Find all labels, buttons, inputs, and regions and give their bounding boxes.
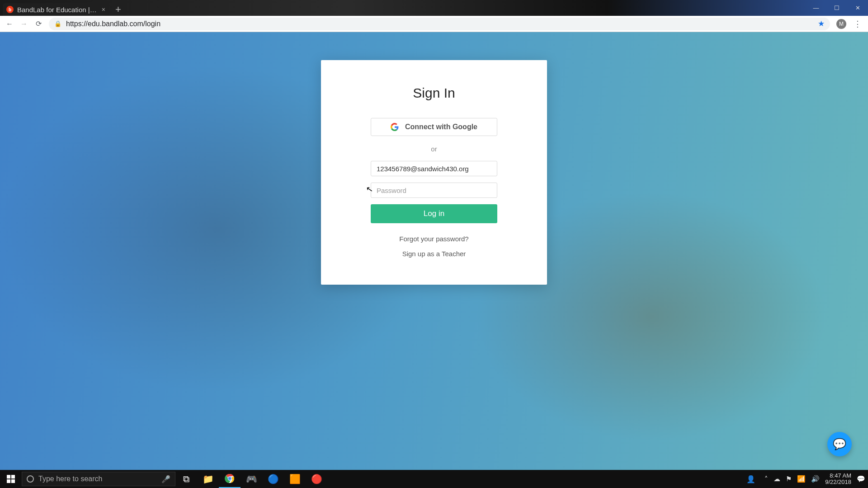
window-minimize-button[interactable]: —	[806, 0, 826, 16]
url-input[interactable]	[66, 20, 813, 28]
chrome-icon[interactable]	[219, 470, 241, 488]
connect-google-button[interactable]: Connect with Google	[371, 118, 497, 136]
signup-teacher-link[interactable]: Sign up as a Teacher	[354, 250, 514, 258]
volume-icon[interactable]: 🔊	[811, 475, 820, 483]
google-icon	[391, 123, 399, 131]
window-maximize-button[interactable]: ☐	[826, 0, 847, 16]
chat-widget-button[interactable]: 💬	[827, 432, 852, 456]
tray-chevron-icon[interactable]: ˄	[764, 475, 768, 483]
lock-icon: 🔒	[54, 20, 61, 27]
mic-icon[interactable]: 🎤	[161, 475, 170, 483]
windows-icon	[7, 475, 15, 483]
tab-title: BandLab for Education | FREE A…	[17, 6, 98, 14]
wifi-icon[interactable]: 📶	[797, 475, 806, 483]
browser-tab-strip: b BandLab for Education | FREE A… × + — …	[0, 0, 868, 16]
address-bar[interactable]: 🔒 ★	[49, 18, 830, 30]
cortana-icon	[27, 475, 34, 483]
app-icon-orange[interactable]: 🟧	[284, 470, 306, 488]
nav-back-button[interactable]: ←	[3, 17, 16, 31]
taskbar-time: 8:47 AM	[825, 473, 851, 479]
app-icon-blue[interactable]: 🔵	[262, 470, 284, 488]
tab-favicon-icon: b	[6, 6, 14, 13]
notifications-icon[interactable]: 💬	[857, 475, 865, 483]
system-tray: 👤 ˄ ☁ ⚑ 📶 🔊 8:47 AM 9/22/2018 💬	[746, 473, 868, 486]
forgot-password-link[interactable]: Forgot your password?	[354, 235, 514, 243]
nav-forward-button[interactable]: →	[17, 17, 31, 31]
taskbar-apps: ⧉ 📁 🎮 🔵 🟧 🔴	[175, 470, 327, 488]
taskbar-clock[interactable]: 8:47 AM 9/22/2018	[825, 473, 851, 486]
password-field[interactable]	[371, 183, 497, 198]
task-view-button[interactable]: ⧉	[175, 470, 197, 488]
windows-taskbar: Type here to search 🎤 ⧉ 📁 🎮 🔵 🟧 🔴 👤 ˄ ☁ …	[0, 470, 868, 488]
login-button[interactable]: Log in	[371, 204, 497, 223]
window-controls: — ☐ ✕	[806, 0, 868, 16]
chat-icon: 💬	[833, 438, 846, 450]
svg-rect-1	[11, 475, 15, 479]
signin-heading: Sign In	[354, 85, 514, 101]
browser-toolbar: ← → ⟳ 🔒 ★ M ⋮	[0, 16, 868, 32]
taskbar-search[interactable]: Type here to search 🎤	[22, 472, 175, 486]
taskbar-date: 9/22/2018	[825, 479, 851, 485]
steam-icon[interactable]: 🎮	[241, 470, 262, 488]
or-divider: or	[354, 145, 514, 153]
svg-rect-2	[7, 479, 10, 483]
people-icon[interactable]: 👤	[746, 475, 755, 483]
window-close-button[interactable]: ✕	[847, 0, 868, 16]
svg-rect-3	[11, 479, 15, 483]
app-icon-red[interactable]: 🔴	[306, 470, 327, 488]
page-body: Sign In Connect with Google or Log in Fo…	[0, 32, 868, 470]
browser-tab[interactable]: b BandLab for Education | FREE A… ×	[3, 3, 109, 16]
svg-rect-0	[7, 475, 10, 479]
browser-menu-button[interactable]: ⋮	[850, 19, 865, 29]
tab-close-icon[interactable]: ×	[102, 6, 105, 13]
connect-google-label: Connect with Google	[405, 123, 477, 131]
login-card: Sign In Connect with Google or Log in Fo…	[321, 60, 547, 285]
file-explorer-icon[interactable]: 📁	[197, 470, 219, 488]
security-icon[interactable]: ⚑	[786, 475, 792, 483]
bookmark-star-icon[interactable]: ★	[818, 19, 825, 28]
email-field[interactable]	[371, 161, 497, 176]
chrome-logo-icon	[225, 474, 235, 483]
new-tab-button[interactable]: +	[109, 3, 127, 16]
profile-button[interactable]: M	[836, 19, 846, 29]
nav-reload-button[interactable]: ⟳	[32, 17, 45, 31]
start-button[interactable]	[0, 470, 22, 488]
taskbar-search-placeholder: Type here to search	[38, 475, 102, 483]
onedrive-icon[interactable]: ☁	[774, 475, 780, 483]
